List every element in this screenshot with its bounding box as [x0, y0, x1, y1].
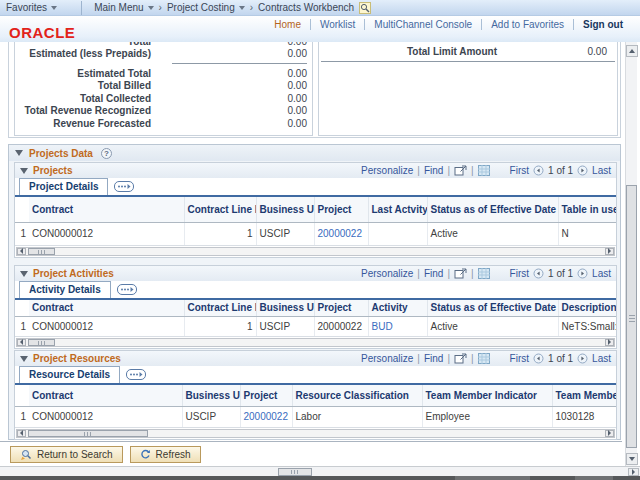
separator: |	[447, 268, 450, 279]
scroll-down-icon[interactable]	[626, 453, 638, 465]
col-business-unit: Business Unit	[256, 300, 314, 316]
breadcrumb: Favorites Main Menu › Project Costing › …	[0, 0, 640, 16]
find-link[interactable]: Find	[424, 165, 443, 176]
breadcrumb-separator: ›	[250, 2, 253, 13]
personalize-link[interactable]: Personalize	[361, 353, 413, 364]
crumb-project-costing[interactable]: Project Costing	[167, 2, 245, 13]
main-menu[interactable]: Main Menu	[94, 2, 153, 13]
cell-row-num: 1	[15, 316, 29, 336]
table-row: 1 CON0000012 1 USCIP 20000022 BUD Active…	[15, 316, 616, 336]
projects-data-header: Projects Data ?	[9, 145, 620, 161]
tab-project-details[interactable]: Project Details	[19, 178, 108, 195]
total-label: Revenue Forecasted	[15, 118, 157, 129]
previous-row-icon[interactable]	[533, 268, 544, 279]
refresh-button[interactable]: Refresh	[130, 446, 201, 463]
scroll-thumb[interactable]	[28, 430, 148, 437]
help-icon[interactable]: ?	[101, 148, 112, 159]
grid-toolbar: Personalize | Find | | First 1 of 1	[361, 165, 611, 176]
row-count: 1 of 1	[548, 353, 573, 364]
scroll-left-icon[interactable]	[17, 339, 26, 346]
search-icon[interactable]	[359, 2, 371, 14]
scroll-up-icon[interactable]	[626, 45, 638, 57]
scroll-right-icon[interactable]	[605, 430, 614, 437]
project-link[interactable]: 20000022	[244, 411, 289, 422]
chevron-down-icon	[51, 6, 57, 10]
collapse-grid-icon[interactable]	[20, 271, 28, 277]
nav-link-add-to-favorites[interactable]: Add to Favorites	[482, 19, 573, 30]
crumb-contracts-workbench[interactable]: Contracts Workbench	[258, 2, 354, 13]
nav-link-sign-out[interactable]: Sign out	[574, 19, 632, 30]
find-link[interactable]: Find	[424, 268, 443, 279]
nav-link-worklist[interactable]: Worklist	[311, 19, 364, 30]
horizontal-scrollbar[interactable]	[0, 466, 640, 476]
cell-activity: BUD	[368, 316, 427, 336]
chevron-down-icon	[148, 6, 154, 10]
cell-contract-line-num: 1	[184, 222, 256, 245]
favorites-menu[interactable]: Favorites	[6, 2, 57, 13]
find-link[interactable]: Find	[424, 353, 443, 364]
col-business-unit: Business Unit	[256, 197, 314, 222]
nav-link-multichannel-console[interactable]: MultiChannel Console	[365, 19, 481, 30]
total-label: Total Billed	[15, 80, 157, 91]
last-link[interactable]: Last	[592, 353, 611, 364]
last-link[interactable]: Last	[592, 165, 611, 176]
last-link[interactable]: Last	[592, 268, 611, 279]
personalize-link[interactable]: Personalize	[361, 268, 413, 279]
scroll-thumb[interactable]	[28, 248, 55, 255]
project-link[interactable]: 20000022	[318, 228, 363, 239]
view-all-icon[interactable]	[454, 268, 467, 279]
personalize-link[interactable]: Personalize	[361, 165, 413, 176]
tab-resource-details[interactable]: Resource Details	[19, 366, 120, 383]
collapse-grid-icon[interactable]	[20, 168, 28, 174]
collapse-grid-icon[interactable]	[20, 356, 28, 362]
totals-row: Total Revenue Recognized 0.00	[15, 105, 312, 118]
next-row-icon[interactable]	[577, 353, 588, 364]
next-row-icon[interactable]	[577, 165, 588, 176]
total-label: Total	[15, 42, 157, 47]
totals-divider	[172, 63, 307, 64]
download-icon[interactable]	[478, 268, 490, 279]
separator: |	[471, 165, 474, 176]
projects-table: Contract Contract Line Num Business Unit…	[15, 197, 616, 246]
cell-project: 20000022	[314, 316, 368, 336]
first-link[interactable]: First	[510, 353, 529, 364]
total-value: 0.00	[157, 93, 312, 104]
previous-row-icon[interactable]	[533, 165, 544, 176]
scroll-left-icon[interactable]	[17, 248, 26, 255]
scroll-thumb[interactable]	[28, 339, 55, 346]
activity-link[interactable]: BUD	[372, 321, 393, 332]
chevron-down-icon	[239, 6, 245, 10]
column-header-row: Contract Contract Line Num Business Unit…	[15, 300, 616, 316]
grid-toolbar: Personalize | Find | | First 1 of 1	[361, 353, 611, 364]
show-all-columns-icon[interactable]	[117, 284, 137, 295]
scroll-right-icon[interactable]	[605, 339, 614, 346]
download-icon[interactable]	[478, 165, 490, 176]
projects-grid: Projects Personalize | Find | | First 1 …	[14, 162, 617, 258]
grid-hscrollbar[interactable]	[16, 429, 615, 438]
grid-hscrollbar[interactable]	[16, 338, 615, 347]
nav-link-home[interactable]: Home	[265, 19, 310, 30]
vertical-scroll-thumb[interactable]	[626, 185, 637, 448]
vertical-scrollbar[interactable]	[625, 42, 637, 466]
show-all-columns-icon[interactable]	[126, 369, 146, 380]
separator: |	[471, 353, 474, 364]
download-icon[interactable]	[478, 353, 490, 364]
show-all-columns-icon[interactable]	[114, 181, 134, 192]
project-activities-grid: Project Activities Personalize | Find | …	[14, 265, 617, 349]
cell-team-member: 1030128	[552, 406, 616, 427]
collapse-section-icon[interactable]	[15, 150, 23, 156]
view-all-icon[interactable]	[454, 165, 467, 176]
first-link[interactable]: First	[510, 268, 529, 279]
view-all-icon[interactable]	[454, 353, 467, 364]
scroll-right-icon[interactable]	[605, 248, 614, 255]
first-link[interactable]: First	[510, 165, 529, 176]
scroll-right-icon[interactable]	[628, 468, 639, 476]
return-to-search-button[interactable]: Return to Search	[10, 446, 123, 463]
previous-row-icon[interactable]	[533, 353, 544, 364]
horizontal-scroll-thumb[interactable]	[278, 468, 312, 476]
tab-activity-details[interactable]: Activity Details	[19, 281, 111, 298]
grid-header: Project Resources Personalize | Find | |…	[15, 351, 616, 366]
next-row-icon[interactable]	[577, 268, 588, 279]
scroll-left-icon[interactable]	[17, 430, 26, 437]
grid-hscrollbar[interactable]	[16, 247, 615, 256]
